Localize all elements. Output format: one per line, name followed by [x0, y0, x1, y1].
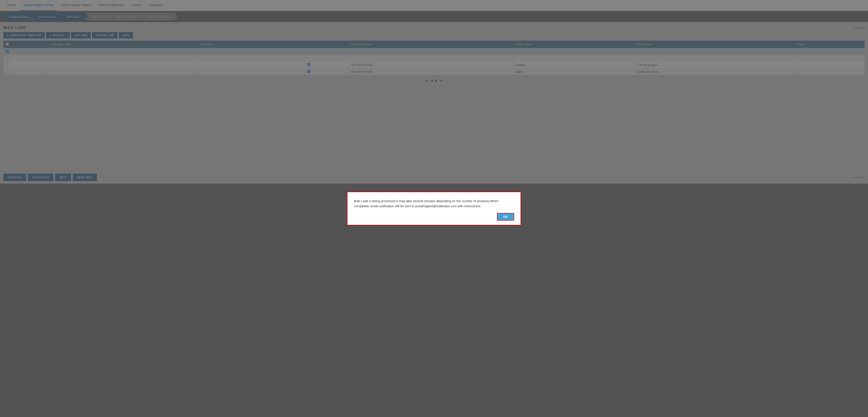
modal-overlay: Bulk Load is being processed.It may take…	[0, 0, 868, 184]
